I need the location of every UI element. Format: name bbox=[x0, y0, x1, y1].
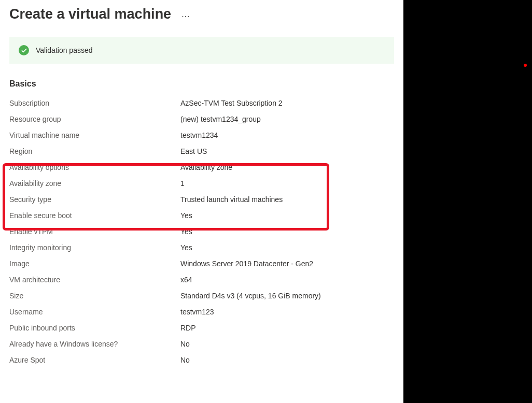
details-label: Region bbox=[9, 146, 180, 157]
details-row: Availability zone1 bbox=[9, 178, 394, 189]
details-row: Resource group(new) testvm1234_group bbox=[9, 114, 394, 125]
details-value: East US bbox=[180, 146, 207, 157]
details-value: testvm1234 bbox=[180, 130, 218, 141]
details-row: Integrity monitoringYes bbox=[9, 242, 394, 253]
red-dot-indicator bbox=[524, 64, 527, 67]
details-value: (new) testvm1234_group bbox=[180, 114, 261, 125]
details-row: Public inbound portsRDP bbox=[9, 323, 394, 334]
details-label: Size bbox=[9, 291, 180, 301]
basics-details-list: SubscriptionAzSec-TVM Test Subscription … bbox=[9, 98, 394, 366]
details-value: AzSec-TVM Test Subscription 2 bbox=[180, 98, 283, 109]
details-label: Security type bbox=[9, 194, 180, 205]
details-label: Availability options bbox=[9, 162, 180, 173]
details-label: Azure Spot bbox=[9, 355, 180, 366]
details-value: Yes bbox=[180, 242, 192, 253]
details-row: Already have a Windows license?No bbox=[9, 339, 394, 350]
details-row: VM architecturex64 bbox=[9, 275, 394, 285]
details-value: RDP bbox=[180, 323, 196, 334]
details-row: Availability optionsAvailability zone bbox=[9, 162, 394, 173]
details-value: Windows Server 2019 Datacenter - Gen2 bbox=[180, 258, 313, 269]
page-header: Create a virtual machine ··· bbox=[0, 0, 403, 37]
details-label: VM architecture bbox=[9, 275, 180, 285]
details-row: Security typeTrusted launch virtual mach… bbox=[9, 194, 394, 205]
details-row: Enable secure bootYes bbox=[9, 210, 394, 221]
details-label: Public inbound ports bbox=[9, 323, 180, 334]
details-value: No bbox=[180, 339, 190, 350]
details-label: Virtual machine name bbox=[9, 130, 180, 141]
details-label: Enable secure boot bbox=[9, 210, 180, 221]
details-label: Subscription bbox=[9, 98, 180, 109]
page-title: Create a virtual machine bbox=[9, 6, 171, 22]
details-label: Already have a Windows license? bbox=[9, 339, 180, 350]
details-value: No bbox=[180, 355, 190, 366]
details-value: 1 bbox=[180, 178, 185, 189]
details-row: ImageWindows Server 2019 Datacenter - Ge… bbox=[9, 258, 394, 269]
details-row: Virtual machine nametestvm1234 bbox=[9, 130, 394, 141]
details-row: RegionEast US bbox=[9, 146, 394, 157]
details-row: Azure SpotNo bbox=[9, 355, 394, 366]
details-row: SizeStandard D4s v3 (4 vcpus, 16 GiB mem… bbox=[9, 291, 394, 301]
checkmark-icon bbox=[19, 45, 29, 55]
details-value: Yes bbox=[180, 210, 192, 221]
details-row: SubscriptionAzSec-TVM Test Subscription … bbox=[9, 98, 394, 109]
details-label: Integrity monitoring bbox=[9, 242, 180, 253]
validation-banner: Validation passed bbox=[9, 37, 394, 64]
details-row: Usernametestvm123 bbox=[9, 307, 394, 318]
details-value: Yes bbox=[180, 226, 192, 237]
details-label: Enable vTPM bbox=[9, 226, 180, 237]
details-label: Username bbox=[9, 307, 180, 318]
details-label: Image bbox=[9, 258, 180, 269]
details-value: testvm123 bbox=[180, 307, 214, 318]
details-value: Availability zone bbox=[180, 162, 232, 173]
details-value: Trusted launch virtual machines bbox=[180, 194, 283, 205]
details-value: Standard D4s v3 (4 vcpus, 16 GiB memory) bbox=[180, 291, 321, 301]
details-row: Enable vTPMYes bbox=[9, 226, 394, 237]
more-actions-icon[interactable]: ··· bbox=[181, 12, 190, 21]
review-content: Basics SubscriptionAzSec-TVM Test Subscr… bbox=[0, 64, 403, 366]
details-label: Availability zone bbox=[9, 178, 180, 189]
details-value: x64 bbox=[180, 275, 192, 285]
validation-text: Validation passed bbox=[36, 46, 92, 54]
details-label: Resource group bbox=[9, 114, 180, 125]
right-dark-panel bbox=[403, 0, 532, 403]
basics-section-title: Basics bbox=[9, 79, 394, 89]
main-panel: Create a virtual machine ··· Validation … bbox=[0, 0, 403, 403]
